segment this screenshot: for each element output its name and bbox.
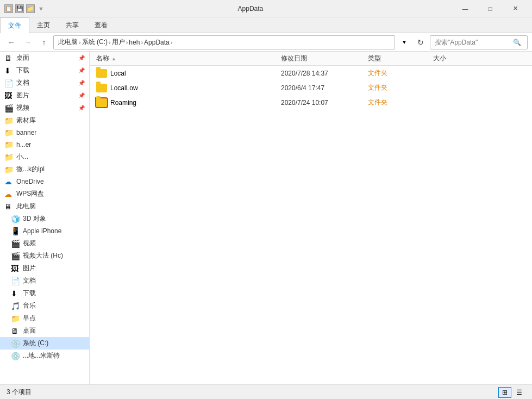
sidebar-item-pics[interactable]: 🖼 图片 [0,262,89,275]
sidebar-item-sucaiku[interactable]: 📁 素材库 [0,114,89,127]
quick-access-icon[interactable]: 📋 [4,4,13,13]
sidebar-item-label: banner [16,129,36,136]
file-date: 2020/7/24 10:07 [281,99,368,107]
pin-icon: 📌 [78,67,85,73]
sidebar-item-dl[interactable]: ⬇ 下载 [0,287,89,300]
sidebar-item-label: 素材库 [16,116,36,125]
sidebar-item-her[interactable]: 📁 h...er [0,139,89,151]
3d-icon: 🧊 [11,215,21,223]
file-name: LocalLow [110,84,138,92]
pin-icon: 📌 [78,55,85,61]
path-c[interactable]: 系统 (C:) [82,38,108,47]
file-date: 2020/6/4 17:47 [281,84,368,92]
music-icon: 🎵 [11,302,21,310]
search-input[interactable] [435,39,511,46]
sidebar-item-label: 3D 对象 [23,214,46,223]
sidebar-item-label: 文档 [16,78,29,88]
back-button[interactable]: ← [4,35,18,49]
sidebar-item-apple-iphone[interactable]: 📱 Apple iPhone [0,225,89,237]
zaodian-icon: 📁 [11,314,21,323]
sidebar-item-label: 早点 [23,314,36,323]
up-button[interactable]: ↑ [37,35,51,49]
sidebar-item-documents[interactable]: 📄 文档 [0,275,89,287]
file-type: 文件夹 [368,68,433,78]
file-name-cell: LocalLow [96,84,281,92]
col-modified-label: 修改日期 [281,54,307,63]
sidebar-item-label: 小... [16,152,28,161]
path-users[interactable]: 用户 [112,38,125,47]
thispc-icon: 🖥 [4,202,14,211]
table-row[interactable]: LocalLow 2020/6/4 17:47 文件夹 [90,80,532,95]
sidebar-item-label: 系统 (C:) [23,339,48,348]
maximize-button[interactable]: □ [478,0,503,17]
save-icon[interactable]: 💾 [15,4,24,13]
sidebar-item-label: Apple iPhone [23,227,61,235]
sidebar-item-video[interactable]: 🎬 视频 [0,237,89,250]
pics-icon: 🖼 [11,264,21,273]
refresh-button[interactable]: ↻ [414,35,428,49]
sidebar-item-more-drives[interactable]: 💿 ...地...米斯特 [0,350,89,362]
sidebar-item-desktop[interactable]: 🖥 桌面 📌 [0,52,89,64]
sidebar-item-downloads[interactable]: ⬇ 下载 📌 [0,64,89,77]
search-box[interactable]: 🔍 [430,35,528,49]
drive-icon: 💿 [11,339,21,348]
dropdown-arrow[interactable]: ▼ [38,5,44,12]
tab-view[interactable]: 查看 [87,17,116,33]
file-name-cell: Roaming [96,98,281,107]
sidebar-item-zaodian[interactable]: 📁 早点 [0,312,89,325]
sidebar-item-docs[interactable]: 📄 文档 📌 [0,77,89,89]
col-size[interactable]: 大小 [433,54,487,63]
sidebar-item-videohc[interactable]: 🎬 视频大法 (Hc) [0,250,89,262]
desktop-icon: 🖥 [4,54,14,63]
path-sep-2: › [109,39,111,46]
path-appdata[interactable]: AppData [144,39,170,46]
sidebar-item-ipl[interactable]: 📁 微...k的ipl [0,163,89,176]
docs-icon: 📄 [4,79,14,88]
sidebar-item-zhuomian[interactable]: 🖥 桌面 [0,325,89,337]
path-thispc[interactable]: 此电脑 [58,38,78,47]
sidebar-item-pictures[interactable]: 🖼 图片 📌 [0,89,89,102]
sidebar-item-label: 视频 [16,103,29,113]
address-bar[interactable]: 此电脑 › 系统 (C:) › 用户 › heh › AppData › [53,35,395,49]
grid-view-button[interactable]: ⊞ [498,387,511,398]
sidebar-item-music[interactable]: 🎵 音乐 [0,300,89,312]
videohc-icon: 🎬 [11,252,21,260]
ribbon: 文件 主页 共享 查看 [0,17,532,33]
table-row[interactable]: Roaming 2020/7/24 10:07 文件夹 [90,95,532,110]
view-buttons: ⊞ ☰ [498,387,525,398]
folder-icon: 📁 [4,116,14,125]
sidebar-item-label: 图片 [16,91,29,100]
tab-file[interactable]: 文件 [0,17,29,33]
file-name: Roaming [110,99,136,107]
sidebar-item-3d[interactable]: 🧊 3D 对象 [0,213,89,225]
sidebar-item-wps[interactable]: ☁ WPS网盘 [0,188,89,200]
path-user[interactable]: heh [129,39,140,46]
path-sep-1: › [79,39,81,46]
sidebar-item-label: 桌面 [16,53,29,63]
col-modified[interactable]: 修改日期 [281,54,368,63]
video-icon: 🎬 [11,239,21,248]
folder-icon[interactable]: 📁 [26,4,35,13]
zhuomian-icon: 🖥 [11,327,21,335]
path-sep-5: › [171,39,173,46]
more-drives-icon: 💿 [11,352,21,360]
tab-home[interactable]: 主页 [29,17,58,33]
table-row[interactable]: Local 2020/7/28 14:37 文件夹 [90,66,532,80]
col-name[interactable]: 名称 ▲ [96,54,281,63]
sidebar-item-xiao[interactable]: 📁 小... [0,151,89,163]
forward-button[interactable]: → [21,35,35,49]
close-button[interactable]: ✕ [503,0,528,17]
sidebar-item-c-drive[interactable]: 💿 系统 (C:) [0,337,89,350]
sidebar-item-banner[interactable]: 📁 banner [0,127,89,139]
sidebar-item-thispc[interactable]: 🖥 此电脑 [0,200,89,213]
sidebar-item-videos[interactable]: 🎬 视频 📌 [0,102,89,114]
minimize-button[interactable]: — [453,0,478,17]
list-view-button[interactable]: ☰ [512,387,525,398]
folder-icon: 📁 [4,165,14,174]
search-icon: 🔍 [513,39,521,46]
col-type[interactable]: 类型 [368,54,433,63]
tab-share[interactable]: 共享 [58,17,87,33]
file-list: Local 2020/7/28 14:37 文件夹 LocalLow 2020/… [90,66,532,384]
address-dropdown-button[interactable]: ▼ [397,35,411,49]
sidebar-item-onedrive[interactable]: ☁ OneDrive [0,176,89,188]
